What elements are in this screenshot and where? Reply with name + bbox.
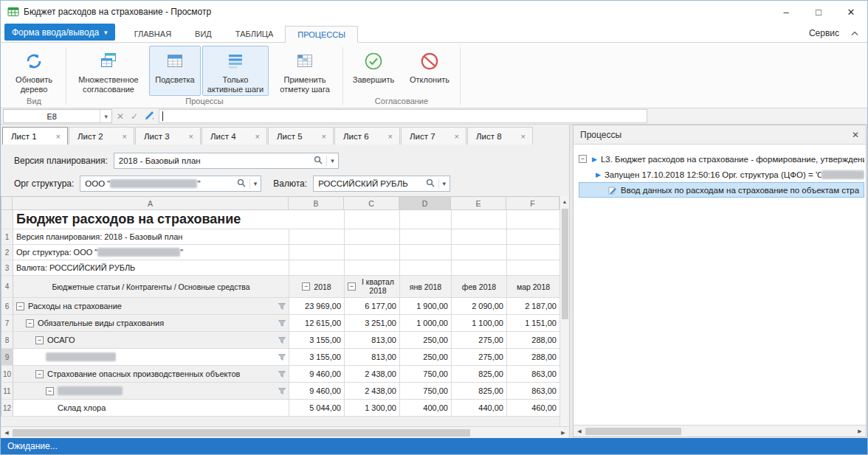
scroll-left-icon[interactable]: ◀ [1, 427, 13, 438]
cell[interactable]: 288,00 [507, 332, 560, 349]
row-header[interactable]: 8 [1, 332, 13, 349]
close-sheet-icon[interactable]: × [56, 132, 61, 141]
vertical-scrollbar[interactable]: ▲ [559, 196, 569, 426]
filter-funnel-icon[interactable] [275, 303, 286, 310]
cell[interactable] [507, 229, 560, 245]
close-sheet-icon[interactable]: × [322, 132, 326, 141]
chevron-down-icon[interactable]: ▾ [443, 180, 447, 187]
formula-pen-icon[interactable] [145, 111, 154, 122]
cell[interactable]: 12 615,00 [289, 315, 345, 332]
cell[interactable]: 275,00 [452, 349, 507, 366]
row-header[interactable]: 9 [1, 349, 13, 366]
version-filter-select[interactable]: 2018 - Базовый план ▾ [114, 153, 339, 169]
close-sheet-icon[interactable]: × [521, 132, 526, 141]
report-title-cell[interactable]: Бюджет расходов на страхование [13, 210, 289, 229]
cell[interactable] [400, 245, 452, 260]
column-header-C[interactable]: C [344, 197, 399, 210]
cell[interactable]: 813,00 [345, 349, 400, 366]
process-tree-item[interactable]: − ▶ L3. Бюджет расходов на страхование -… [579, 151, 864, 167]
cell[interactable] [289, 245, 345, 260]
collapse-icon[interactable]: − [46, 387, 54, 395]
scroll-right-icon[interactable]: ▶ [557, 427, 569, 438]
cell[interactable]: 23 969,00 [289, 298, 345, 315]
finish-button[interactable]: Завершить [346, 46, 401, 96]
cell[interactable]: Орг структура: ООО " " [13, 245, 289, 260]
row-header[interactable]: 10 [1, 366, 13, 383]
cell[interactable] [289, 210, 345, 229]
column-header-D[interactable]: D [399, 197, 451, 210]
horizontal-scrollbar[interactable]: ◀ ▶ [574, 425, 866, 437]
sheet-tab-4[interactable]: Лист 4× [202, 127, 267, 145]
cell[interactable] [452, 210, 507, 229]
cell[interactable]: 1 100,00 [452, 315, 507, 332]
cell[interactable] [289, 260, 345, 276]
cell[interactable]: 9 460,00 [289, 366, 345, 383]
cell[interactable]: 288,00 [507, 349, 560, 366]
collapse-icon[interactable]: − [35, 370, 44, 378]
cell[interactable] [345, 210, 400, 229]
grid-corner[interactable] [1, 197, 13, 210]
form-io-menu-button[interactable]: Форма ввода/вывода ▾ [4, 24, 115, 41]
cell[interactable]: 440,00 [452, 400, 507, 417]
cell[interactable] [13, 349, 289, 366]
cell[interactable] [345, 245, 400, 260]
cell[interactable]: 3 155,00 [289, 332, 345, 349]
chevron-down-icon[interactable]: ▾ [254, 180, 258, 187]
header-cell[interactable]: мар 2018 [507, 276, 560, 298]
filter-funnel-icon[interactable] [275, 371, 286, 378]
collapse-icon[interactable]: − [579, 155, 587, 163]
column-header-E[interactable]: E [451, 197, 506, 210]
cell[interactable] [452, 260, 507, 276]
sheet-tab-2[interactable]: Лист 2× [69, 127, 134, 145]
column-header-F[interactable]: F [506, 197, 559, 210]
currency-filter-select[interactable]: РОССИЙСКИЙ РУБЛЬ ▾ [313, 176, 450, 192]
cell[interactable] [452, 229, 507, 245]
cell[interactable]: 2 438,00 [345, 366, 400, 383]
close-sheet-icon[interactable]: × [255, 132, 260, 141]
header-cell[interactable]: −2018 [289, 276, 345, 298]
cell[interactable]: 9 460,00 [289, 383, 345, 400]
row-header[interactable] [1, 210, 13, 229]
row-header[interactable]: 7 [1, 315, 13, 332]
formula-input[interactable] [159, 109, 647, 123]
reject-button[interactable]: Отклонить [402, 46, 457, 96]
close-button[interactable]: ✕ [835, 1, 867, 23]
row-header[interactable]: 4 [1, 276, 13, 298]
minimize-button[interactable]: – [770, 1, 802, 23]
close-sheet-icon[interactable]: × [388, 132, 393, 141]
collapse-icon[interactable]: − [348, 282, 356, 291]
org-filter-select[interactable]: ООО " " ▾ [80, 176, 261, 192]
cell[interactable]: −Страхование опасных производственных об… [13, 366, 289, 383]
close-sheet-icon[interactable]: × [123, 132, 127, 141]
confirm-entry-icon[interactable]: ✓ [131, 111, 138, 122]
row-header[interactable]: 1 [1, 229, 13, 245]
sheet-tab-1[interactable]: Лист 1× [2, 127, 68, 145]
cell[interactable]: − [13, 383, 289, 400]
cell[interactable] [345, 260, 400, 276]
cell[interactable]: 3 251,00 [345, 315, 400, 332]
column-header-A[interactable]: A [13, 197, 289, 210]
cell[interactable]: −Расходы на страхование [13, 298, 289, 315]
highlight-button[interactable]: Подсветка [149, 46, 201, 96]
row-header[interactable]: 12 [1, 400, 13, 417]
cell[interactable]: 1 000,00 [400, 315, 452, 332]
tab-protsessy[interactable]: ПРОЦЕССЫ [285, 26, 358, 43]
collapse-icon[interactable]: − [26, 319, 34, 327]
cell-reference-box[interactable]: E8 ▾ [3, 109, 112, 123]
cell[interactable]: 813,00 [345, 332, 400, 349]
search-icon[interactable] [314, 156, 323, 166]
sheet-tab-5[interactable]: Лист 5× [268, 127, 334, 145]
cell[interactable]: 1 900,00 [400, 298, 452, 315]
filter-funnel-icon[interactable] [275, 320, 286, 327]
process-step-item[interactable]: Ввод данных по расходам на страхование п… [579, 182, 864, 198]
cell[interactable]: 460,00 [507, 400, 560, 417]
chevron-down-icon[interactable]: ▾ [331, 157, 334, 164]
cell[interactable] [507, 260, 560, 276]
cancel-entry-icon[interactable]: ✕ [117, 111, 124, 122]
row-header[interactable]: 2 [1, 245, 13, 260]
cell[interactable]: 2 187,00 [507, 298, 560, 315]
filter-funnel-icon[interactable] [275, 337, 286, 344]
sheet-tab-3[interactable]: Лист 3× [135, 127, 201, 145]
cell[interactable]: 825,00 [452, 383, 507, 400]
cell[interactable]: 3 155,00 [289, 349, 345, 366]
